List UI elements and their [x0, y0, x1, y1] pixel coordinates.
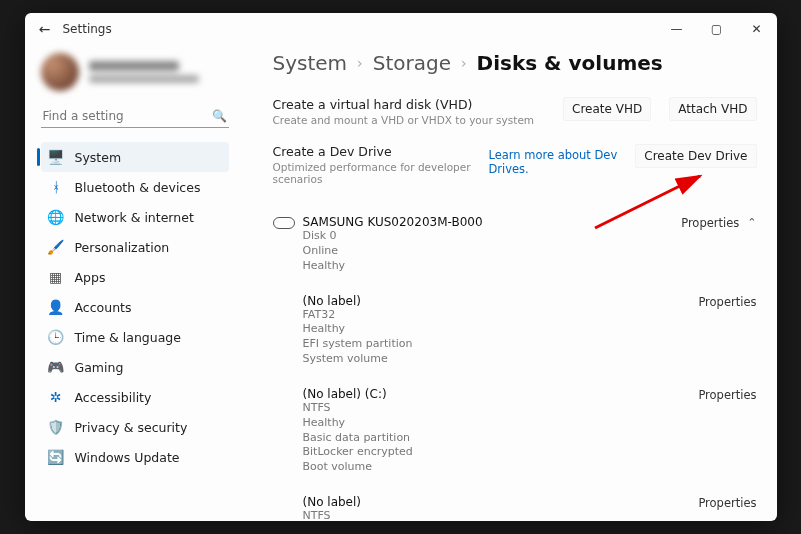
vhd-subtitle: Create and mount a VHD or VHDX to your s… — [273, 114, 535, 126]
volume-line: System volume — [303, 352, 657, 367]
properties-link[interactable]: Properties — [698, 388, 756, 402]
sidebar-item-label: Time & language — [75, 330, 181, 345]
volume-line: BitLocker encrypted — [303, 445, 657, 460]
disk-line: Online — [303, 244, 657, 259]
sidebar-item-label: Gaming — [75, 360, 124, 375]
sidebar-item-label: Personalization — [75, 240, 170, 255]
crumb-system[interactable]: System — [273, 51, 348, 75]
sidebar-item-accounts[interactable]: 👤 Accounts — [41, 292, 229, 322]
network-icon: 🌐 — [47, 208, 65, 226]
properties-link[interactable]: Properties — [698, 295, 756, 309]
chevron-right-icon: › — [461, 55, 467, 71]
sidebar-item-label: Accounts — [75, 300, 132, 315]
attach-vhd-button[interactable]: Attach VHD — [669, 97, 756, 121]
volume-line: Boot volume — [303, 460, 657, 475]
update-icon: 🔄 — [47, 448, 65, 466]
personalization-icon: 🖌️ — [47, 238, 65, 256]
sidebar-item-apps[interactable]: ▦ Apps — [41, 262, 229, 292]
create-devdrive-button[interactable]: Create Dev Drive — [635, 144, 756, 168]
volume-line: Healthy — [303, 322, 657, 337]
avatar — [41, 53, 79, 91]
volume-line: Basic data partition — [303, 431, 657, 446]
app-title: Settings — [63, 22, 112, 36]
search-box[interactable]: 🔍 — [41, 105, 229, 128]
sidebar-item-system[interactable]: 🖥️ System — [41, 142, 229, 172]
disk-header-row[interactable]: SAMSUNG KUS020203M-B000 Disk 0 Online He… — [273, 209, 757, 288]
disk-icon — [273, 217, 295, 229]
devdrive-subtitle: Optimized performance for developer scen… — [273, 161, 489, 185]
sidebar-item-label: Accessibility — [75, 390, 152, 405]
main-panel: System › Storage › Disks & volumes Creat… — [245, 45, 777, 521]
breadcrumb: System › Storage › Disks & volumes — [273, 51, 757, 75]
privacy-icon: 🛡️ — [47, 418, 65, 436]
minimize-button[interactable]: — — [657, 13, 697, 45]
properties-link[interactable]: Properties — [698, 496, 756, 510]
search-input[interactable] — [43, 109, 212, 123]
volume-line: NTFS — [303, 509, 657, 521]
apps-icon: ▦ — [47, 268, 65, 286]
sidebar-item-accessibility[interactable]: ✲ Accessibility — [41, 382, 229, 412]
volume-title: (No label) — [303, 294, 657, 308]
settings-window: ← Settings — ▢ ✕ 🔍 🖥️ System ᚼ Bluetooth… — [25, 13, 777, 521]
sidebar-item-label: Bluetooth & devices — [75, 180, 201, 195]
disk-name: SAMSUNG KUS020203M-B000 — [303, 215, 657, 229]
devdrive-row: Create a Dev Drive Optimized performance… — [273, 138, 757, 197]
search-icon: 🔍 — [212, 109, 227, 123]
profile-text — [89, 61, 199, 83]
system-icon: 🖥️ — [47, 148, 65, 166]
window-controls: — ▢ ✕ — [657, 13, 777, 45]
devdrive-title: Create a Dev Drive — [273, 144, 489, 159]
create-vhd-button[interactable]: Create VHD — [563, 97, 651, 121]
volume-row[interactable]: (No label) NTFS Healthy Microsoft recove… — [273, 489, 757, 521]
volume-line: Healthy — [303, 416, 657, 431]
gaming-icon: 🎮 — [47, 358, 65, 376]
sidebar-item-label: Privacy & security — [75, 420, 188, 435]
vhd-title: Create a virtual hard disk (VHD) — [273, 97, 535, 112]
sidebar-item-time[interactable]: 🕒 Time & language — [41, 322, 229, 352]
sidebar: 🔍 🖥️ System ᚼ Bluetooth & devices 🌐 Netw… — [25, 45, 245, 521]
volume-title: (No label) — [303, 495, 657, 509]
sidebar-item-personalization[interactable]: 🖌️ Personalization — [41, 232, 229, 262]
volume-line: EFI system partition — [303, 337, 657, 352]
disk-line: Healthy — [303, 259, 657, 274]
sidebar-item-label: Network & internet — [75, 210, 194, 225]
chevron-right-icon: › — [357, 55, 363, 71]
vhd-row: Create a virtual hard disk (VHD) Create … — [273, 91, 757, 138]
sidebar-item-bluetooth[interactable]: ᚼ Bluetooth & devices — [41, 172, 229, 202]
crumb-current: Disks & volumes — [477, 51, 663, 75]
sidebar-item-network[interactable]: 🌐 Network & internet — [41, 202, 229, 232]
sidebar-item-label: System — [75, 150, 122, 165]
accessibility-icon: ✲ — [47, 388, 65, 406]
chevron-up-icon[interactable]: ⌃ — [747, 216, 756, 229]
time-icon: 🕒 — [47, 328, 65, 346]
maximize-button[interactable]: ▢ — [697, 13, 737, 45]
back-button[interactable]: ← — [33, 21, 57, 37]
properties-link[interactable]: Properties — [681, 216, 739, 230]
sidebar-item-gaming[interactable]: 🎮 Gaming — [41, 352, 229, 382]
profile-block[interactable] — [41, 53, 229, 91]
sidebar-item-label: Windows Update — [75, 450, 180, 465]
sidebar-item-privacy[interactable]: 🛡️ Privacy & security — [41, 412, 229, 442]
bluetooth-icon: ᚼ — [47, 178, 65, 196]
volume-line: FAT32 — [303, 308, 657, 323]
volume-row[interactable]: (No label) (C:) NTFS Healthy Basic data … — [273, 381, 757, 489]
accounts-icon: 👤 — [47, 298, 65, 316]
sidebar-item-update[interactable]: 🔄 Windows Update — [41, 442, 229, 472]
sidebar-item-label: Apps — [75, 270, 106, 285]
volume-title: (No label) (C:) — [303, 387, 657, 401]
disk-line: Disk 0 — [303, 229, 657, 244]
crumb-storage[interactable]: Storage — [373, 51, 451, 75]
devdrive-learn-link[interactable]: Learn more about Dev Drives. — [488, 144, 617, 176]
volume-row[interactable]: (No label) FAT32 Healthy EFI system part… — [273, 288, 757, 381]
volume-line: NTFS — [303, 401, 657, 416]
close-button[interactable]: ✕ — [737, 13, 777, 45]
